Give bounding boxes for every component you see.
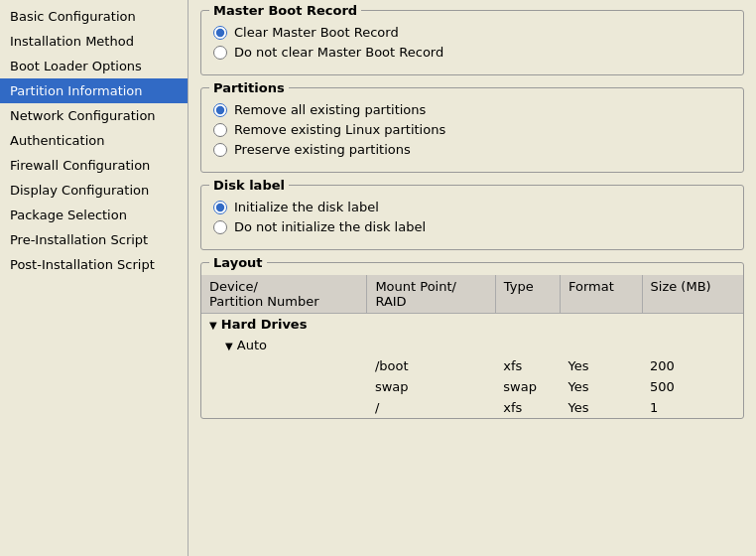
table-cell: swap <box>495 376 560 397</box>
table-cell: xfs <box>495 355 560 376</box>
sidebar-item-pre-installation-script[interactable]: Pre-Installation Script <box>0 227 188 252</box>
partitions-group: Partitions Remove all existing partition… <box>200 87 744 173</box>
col-format: Format <box>561 275 643 314</box>
master-boot-record-content: Clear Master Boot RecordDo not clear Mas… <box>213 25 731 60</box>
sidebar-item-package-selection[interactable]: Package Selection <box>0 203 188 227</box>
disk-label-group: Disk label Initialize the disk labelDo n… <box>200 185 744 250</box>
partitions-content: Remove all existing partitionsRemove exi… <box>213 102 731 157</box>
partitions-title: Partitions <box>209 80 289 95</box>
sidebar-item-authentication[interactable]: Authentication <box>0 128 188 153</box>
radio-label-clear-mbr: Clear Master Boot Record <box>234 25 399 40</box>
radio-label-remove-linux: Remove existing Linux partitions <box>234 122 445 137</box>
table-cell: / <box>367 397 495 418</box>
table-cell: xfs <box>495 397 560 418</box>
radio-init-disk[interactable] <box>213 201 227 214</box>
master-boot-record-group: Master Boot Record Clear Master Boot Rec… <box>200 10 744 75</box>
table-cell: Yes <box>561 397 643 418</box>
table-cell <box>201 355 367 376</box>
layout-table: Device/Partition Number Mount Point/RAID… <box>201 275 743 418</box>
sidebar-item-post-installation-script[interactable]: Post-Installation Script <box>0 252 188 277</box>
sidebar-item-network-configuration[interactable]: Network Configuration <box>0 103 188 128</box>
sidebar-item-display-configuration[interactable]: Display Configuration <box>0 178 188 203</box>
table-cell: 200 <box>642 355 743 376</box>
radio-preserve[interactable] <box>213 143 227 157</box>
radio-remove-linux[interactable] <box>213 123 227 137</box>
hard-drives-cell: ▼ Hard Drives <box>201 314 743 336</box>
table-row: /xfsYes1 <box>201 397 743 418</box>
radio-remove-all[interactable] <box>213 103 227 117</box>
table-cell: Yes <box>561 355 643 376</box>
table-row: ▼ Auto <box>201 335 743 355</box>
col-size: Size (MB) <box>642 275 743 314</box>
table-header-row: Device/Partition Number Mount Point/RAID… <box>201 275 743 314</box>
radio-option-init-disk: Initialize the disk label <box>213 200 731 214</box>
table-cell: Yes <box>561 376 643 397</box>
table-row: swapswapYes500 <box>201 376 743 397</box>
radio-option-clear-mbr: Clear Master Boot Record <box>213 25 731 40</box>
radio-no-clear-mbr[interactable] <box>213 46 227 60</box>
radio-no-init-disk[interactable] <box>213 220 227 234</box>
disk-label-title: Disk label <box>209 178 289 193</box>
auto-cell: ▼ Auto <box>201 335 743 355</box>
col-type: Type <box>495 275 560 314</box>
layout-section: Layout Device/Partition Number Mount Poi… <box>200 262 744 419</box>
table-cell: /boot <box>367 355 495 376</box>
sidebar-item-installation-method[interactable]: Installation Method <box>0 29 188 54</box>
sidebar-item-partition-information[interactable]: Partition Information <box>0 78 188 103</box>
layout-table-wrapper: Device/Partition Number Mount Point/RAID… <box>201 275 743 418</box>
table-row: /bootxfsYes200 <box>201 355 743 376</box>
radio-clear-mbr[interactable] <box>213 26 227 40</box>
table-cell <box>201 397 367 418</box>
radio-label-no-clear-mbr: Do not clear Master Boot Record <box>234 45 443 60</box>
radio-label-init-disk: Initialize the disk label <box>234 200 379 214</box>
main-content: Master Boot Record Clear Master Boot Rec… <box>189 0 756 556</box>
radio-label-remove-all: Remove all existing partitions <box>234 102 426 117</box>
radio-label-no-init-disk: Do not initialize the disk label <box>234 219 426 234</box>
app-container: Basic ConfigurationInstallation MethodBo… <box>0 0 756 556</box>
radio-option-no-clear-mbr: Do not clear Master Boot Record <box>213 45 731 60</box>
table-cell: 500 <box>642 376 743 397</box>
table-cell: swap <box>367 376 495 397</box>
sidebar-item-basic-config[interactable]: Basic Configuration <box>0 4 188 29</box>
table-row: ▼ Hard Drives <box>201 314 743 336</box>
sidebar-item-boot-loader-options[interactable]: Boot Loader Options <box>0 54 188 78</box>
col-device: Device/Partition Number <box>201 275 367 314</box>
master-boot-record-title: Master Boot Record <box>209 3 361 18</box>
radio-option-no-init-disk: Do not initialize the disk label <box>213 219 731 234</box>
radio-label-preserve: Preserve existing partitions <box>234 142 411 157</box>
sidebar-item-firewall-configuration[interactable]: Firewall Configuration <box>0 153 188 178</box>
table-cell: 1 <box>642 397 743 418</box>
radio-option-remove-linux: Remove existing Linux partitions <box>213 122 731 137</box>
radio-option-remove-all: Remove all existing partitions <box>213 102 731 117</box>
table-cell <box>201 376 367 397</box>
disk-label-content: Initialize the disk labelDo not initiali… <box>213 200 731 234</box>
layout-title: Layout <box>209 255 267 270</box>
sidebar: Basic ConfigurationInstallation MethodBo… <box>0 0 189 556</box>
col-mount: Mount Point/RAID <box>367 275 495 314</box>
radio-option-preserve: Preserve existing partitions <box>213 142 731 157</box>
